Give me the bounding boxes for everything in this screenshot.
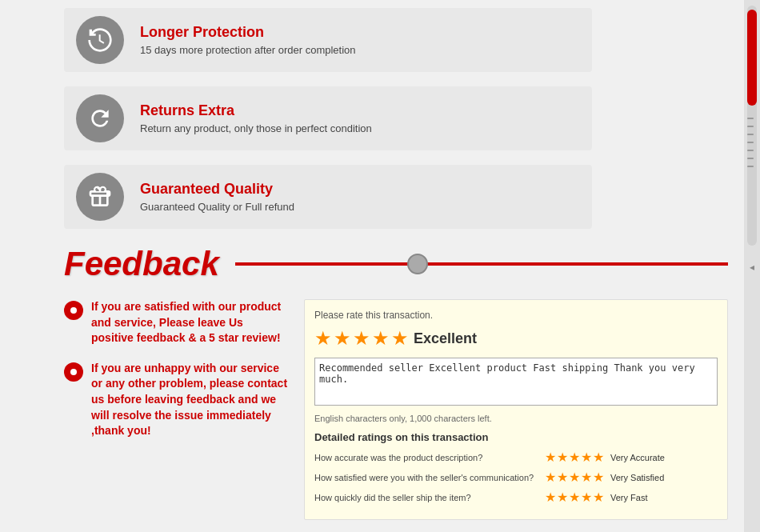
scroll-line-1 [747, 118, 754, 119]
feature-title-guaranteed-quality: Guaranteed Quality [140, 181, 294, 198]
feature-desc-guaranteed-quality: Guaranteed Quality or Full refund [140, 201, 294, 213]
gift-icon [76, 173, 124, 221]
star-2[interactable]: ★ [334, 327, 351, 350]
scroll-down-arrow[interactable]: ◂ [750, 262, 754, 273]
small-star-d1[interactable]: ★ [545, 450, 556, 465]
feature-text-guaranteed-quality: Guaranteed Quality Guaranteed Quality or… [140, 181, 294, 213]
scrollbar-track[interactable] [747, 6, 757, 246]
small-star-c4[interactable]: ★ [581, 470, 592, 485]
scroll-line-5 [747, 150, 754, 151]
features-list: Longer Protection 15 days more protectio… [64, 8, 728, 229]
rating-desc-shipping: Very Fast [610, 493, 674, 502]
form-label: Please rate this transaction. [314, 310, 718, 321]
feature-item-longer-protection: Longer Protection 15 days more protectio… [64, 8, 592, 72]
main-container: Longer Protection 15 days more protectio… [0, 0, 760, 532]
scrollbar-thumb[interactable] [747, 10, 757, 106]
small-stars-shipping[interactable]: ★ ★ ★ ★ ★ [545, 490, 604, 505]
small-star-d2[interactable]: ★ [557, 450, 568, 465]
feedback-left-column: If you are satisfied with our product an… [64, 299, 288, 520]
scroll-line-7 [747, 166, 754, 167]
scroll-lines [747, 118, 757, 167]
star-3[interactable]: ★ [353, 327, 370, 350]
rating-desc-communication: Very Satisfied [610, 473, 674, 482]
char-count: English characters only, 1,000 character… [314, 414, 718, 423]
star-1[interactable]: ★ [314, 327, 332, 350]
feedback-negative-text: If you are unhappy with our service or a… [91, 361, 288, 439]
main-stars[interactable]: ★ ★ ★ ★ ★ [314, 327, 409, 350]
detailed-ratings-title: Detailed ratings on this transaction [314, 431, 718, 443]
feature-item-returns-extra: Returns Extra Return any product, only t… [64, 86, 592, 150]
star-5[interactable]: ★ [391, 327, 409, 350]
rating-row-shipping: How quickly did the seller ship the item… [314, 490, 718, 505]
feature-text-returns-extra: Returns Extra Return any product, only t… [140, 102, 372, 134]
small-star-s4[interactable]: ★ [581, 490, 592, 505]
scrollbar-area: ◂ [744, 0, 760, 532]
feedback-bottom: If you are satisfied with our product an… [64, 299, 728, 520]
timer-icon [76, 16, 124, 64]
feedback-header: Feedback [64, 245, 728, 283]
feedback-bullet-positive [64, 301, 83, 320]
feedback-positive-item: If you are satisfied with our product an… [64, 299, 288, 346]
small-star-s2[interactable]: ★ [557, 490, 568, 505]
star-4[interactable]: ★ [372, 327, 390, 350]
rating-question-description: How accurate was the product description… [314, 453, 538, 462]
feedback-line [235, 262, 728, 266]
feature-desc-longer-protection: 15 days more protection after order comp… [140, 44, 356, 56]
feedback-title: Feedback [64, 245, 219, 283]
rating-label: Excellent [414, 330, 477, 347]
refresh-icon [76, 94, 124, 142]
small-star-c1[interactable]: ★ [545, 470, 556, 485]
feature-title-longer-protection: Longer Protection [140, 24, 356, 41]
feedback-textarea[interactable] [314, 358, 718, 406]
small-star-d4[interactable]: ★ [581, 450, 592, 465]
small-star-c3[interactable]: ★ [569, 470, 580, 485]
scroll-line-4 [747, 142, 754, 143]
rating-row-communication: How satisfied were you with the seller's… [314, 470, 718, 485]
feedback-line-container [235, 261, 728, 267]
feedback-section: Feedback If you are satisfied with our p… [64, 245, 728, 520]
small-star-d3[interactable]: ★ [569, 450, 580, 465]
content-area: Longer Protection 15 days more protectio… [0, 0, 744, 532]
feature-text-longer-protection: Longer Protection 15 days more protectio… [140, 24, 356, 56]
small-star-c2[interactable]: ★ [557, 470, 568, 485]
rating-question-shipping: How quickly did the seller ship the item… [314, 493, 538, 502]
small-star-s3[interactable]: ★ [569, 490, 580, 505]
feedback-form: Please rate this transaction. ★ ★ ★ ★ ★ … [304, 299, 728, 520]
rating-desc-description: Very Accurate [610, 453, 674, 462]
feedback-negative-item: If you are unhappy with our service or a… [64, 361, 288, 439]
feedback-slider-circle[interactable] [407, 254, 428, 274]
small-star-c5[interactable]: ★ [593, 470, 604, 485]
star-rating-row: ★ ★ ★ ★ ★ Excellent [314, 327, 718, 350]
scroll-line-2 [747, 126, 754, 127]
feature-title-returns-extra: Returns Extra [140, 102, 372, 119]
feature-desc-returns-extra: Return any product, only those in perfec… [140, 122, 372, 134]
small-star-s1[interactable]: ★ [545, 490, 556, 505]
scroll-line-3 [747, 134, 754, 135]
small-star-s5[interactable]: ★ [593, 490, 604, 505]
small-stars-description[interactable]: ★ ★ ★ ★ ★ [545, 450, 604, 465]
small-star-d5[interactable]: ★ [593, 450, 604, 465]
feature-item-guaranteed-quality: Guaranteed Quality Guaranteed Quality or… [64, 165, 592, 229]
rating-row-description: How accurate was the product description… [314, 450, 718, 465]
rating-question-communication: How satisfied were you with the seller's… [314, 473, 538, 482]
feedback-bullet-negative [64, 362, 83, 382]
feedback-positive-text: If you are satisfied with our product an… [91, 299, 288, 346]
small-stars-communication[interactable]: ★ ★ ★ ★ ★ [545, 470, 604, 485]
scroll-line-6 [747, 158, 754, 159]
